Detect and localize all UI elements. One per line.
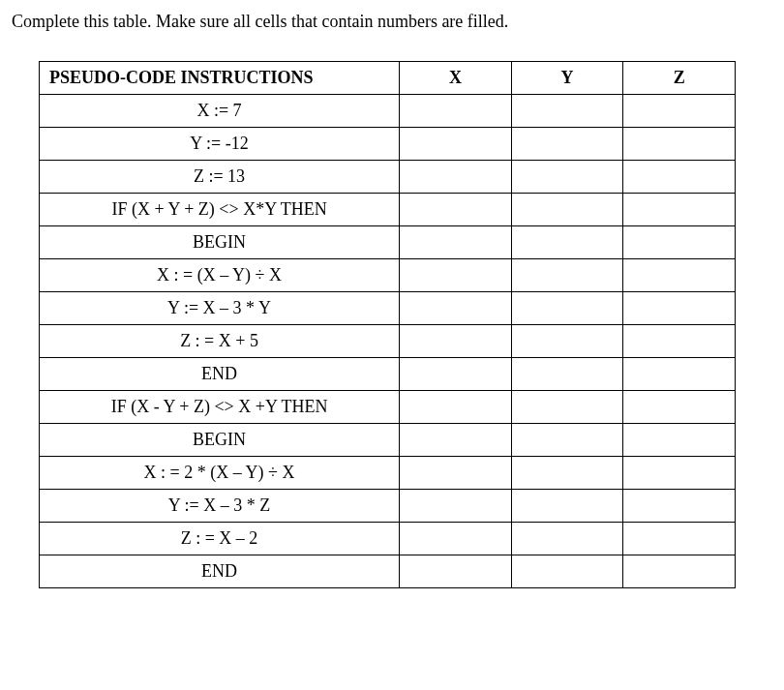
table-container: PSEUDO-CODE INSTRUCTIONS X Y Z X := 7Y :… bbox=[12, 61, 772, 588]
z-cell[interactable] bbox=[623, 358, 736, 391]
y-cell[interactable] bbox=[511, 325, 623, 358]
table-header-row: PSEUDO-CODE INSTRUCTIONS X Y Z bbox=[40, 62, 736, 95]
instruction-cell: X : = 2 * (X – Y) ÷ X bbox=[40, 457, 400, 490]
instruction-cell: Z := 13 bbox=[40, 161, 400, 194]
y-cell[interactable] bbox=[511, 457, 623, 490]
header-z: Z bbox=[623, 62, 736, 95]
z-cell[interactable] bbox=[623, 457, 736, 490]
x-cell[interactable] bbox=[400, 424, 512, 457]
table-row: BEGIN bbox=[40, 226, 736, 259]
x-cell[interactable] bbox=[400, 226, 512, 259]
z-cell[interactable] bbox=[623, 523, 736, 555]
z-cell[interactable] bbox=[623, 128, 736, 161]
table-row: X := 7 bbox=[40, 95, 736, 128]
x-cell[interactable] bbox=[400, 457, 512, 490]
x-cell[interactable] bbox=[400, 391, 512, 424]
x-cell[interactable] bbox=[400, 161, 512, 194]
instruction-cell: BEGIN bbox=[40, 226, 400, 259]
instruction-cell: BEGIN bbox=[40, 424, 400, 457]
table-row: Z := 13 bbox=[40, 161, 736, 194]
instruction-cell: Z : = X – 2 bbox=[40, 523, 400, 555]
y-cell[interactable] bbox=[511, 523, 623, 555]
z-cell[interactable] bbox=[623, 490, 736, 523]
instruction-cell: END bbox=[40, 555, 400, 588]
z-cell[interactable] bbox=[623, 95, 736, 128]
header-x: X bbox=[400, 62, 512, 95]
y-cell[interactable] bbox=[511, 292, 623, 325]
y-cell[interactable] bbox=[511, 226, 623, 259]
table-row: Z : = X – 2 bbox=[40, 523, 736, 555]
x-cell[interactable] bbox=[400, 325, 512, 358]
z-cell[interactable] bbox=[623, 555, 736, 588]
x-cell[interactable] bbox=[400, 259, 512, 292]
table-row: Y := X – 3 * Z bbox=[40, 490, 736, 523]
y-cell[interactable] bbox=[511, 555, 623, 588]
table-row: X : = 2 * (X – Y) ÷ X bbox=[40, 457, 736, 490]
y-cell[interactable] bbox=[511, 358, 623, 391]
table-row: Z : = X + 5 bbox=[40, 325, 736, 358]
x-cell[interactable] bbox=[400, 128, 512, 161]
instruction-cell: Z : = X + 5 bbox=[40, 325, 400, 358]
header-instructions: PSEUDO-CODE INSTRUCTIONS bbox=[40, 62, 400, 95]
instruction-cell: Y := -12 bbox=[40, 128, 400, 161]
x-cell[interactable] bbox=[400, 523, 512, 555]
y-cell[interactable] bbox=[511, 490, 623, 523]
pseudocode-table: PSEUDO-CODE INSTRUCTIONS X Y Z X := 7Y :… bbox=[39, 61, 736, 588]
y-cell[interactable] bbox=[511, 161, 623, 194]
z-cell[interactable] bbox=[623, 325, 736, 358]
instruction-cell: X : = (X – Y) ÷ X bbox=[40, 259, 400, 292]
instruction-cell: Y := X – 3 * Y bbox=[40, 292, 400, 325]
instruction-cell: X := 7 bbox=[40, 95, 400, 128]
x-cell[interactable] bbox=[400, 358, 512, 391]
z-cell[interactable] bbox=[623, 292, 736, 325]
z-cell[interactable] bbox=[623, 259, 736, 292]
z-cell[interactable] bbox=[623, 424, 736, 457]
table-row: IF (X - Y + Z) <> X +Y THEN bbox=[40, 391, 736, 424]
instruction-cell: Y := X – 3 * Z bbox=[40, 490, 400, 523]
table-row: END bbox=[40, 555, 736, 588]
instruction-cell: IF (X - Y + Z) <> X +Y THEN bbox=[40, 391, 400, 424]
x-cell[interactable] bbox=[400, 555, 512, 588]
header-y: Y bbox=[511, 62, 623, 95]
table-row: Y := X – 3 * Y bbox=[40, 292, 736, 325]
y-cell[interactable] bbox=[511, 194, 623, 226]
table-row: IF (X + Y + Z) <> X*Y THEN bbox=[40, 194, 736, 226]
prompt-text: Complete this table. Make sure all cells… bbox=[12, 12, 772, 32]
instruction-cell: END bbox=[40, 358, 400, 391]
y-cell[interactable] bbox=[511, 128, 623, 161]
x-cell[interactable] bbox=[400, 490, 512, 523]
y-cell[interactable] bbox=[511, 259, 623, 292]
z-cell[interactable] bbox=[623, 226, 736, 259]
z-cell[interactable] bbox=[623, 391, 736, 424]
table-row: Y := -12 bbox=[40, 128, 736, 161]
table-row: BEGIN bbox=[40, 424, 736, 457]
x-cell[interactable] bbox=[400, 292, 512, 325]
x-cell[interactable] bbox=[400, 194, 512, 226]
table-row: X : = (X – Y) ÷ X bbox=[40, 259, 736, 292]
y-cell[interactable] bbox=[511, 424, 623, 457]
instruction-cell: IF (X + Y + Z) <> X*Y THEN bbox=[40, 194, 400, 226]
z-cell[interactable] bbox=[623, 194, 736, 226]
table-row: END bbox=[40, 358, 736, 391]
z-cell[interactable] bbox=[623, 161, 736, 194]
y-cell[interactable] bbox=[511, 95, 623, 128]
x-cell[interactable] bbox=[400, 95, 512, 128]
y-cell[interactable] bbox=[511, 391, 623, 424]
